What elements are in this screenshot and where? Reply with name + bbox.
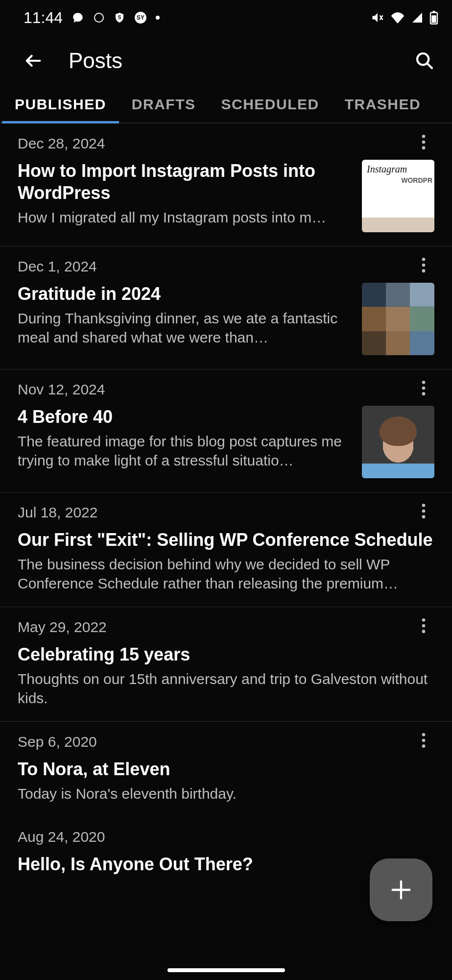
post-date: Dec 1, 2024 — [18, 258, 434, 275]
svg-point-18 — [422, 510, 426, 513]
svg-point-11 — [422, 258, 426, 261]
svg-point-16 — [422, 392, 426, 395]
status-bar: 11:44 S SY — [0, 0, 452, 35]
post-date: Dec 28, 2024 — [18, 135, 434, 152]
post-title: To Nora, at Eleven — [18, 758, 434, 780]
tab-scheduled[interactable]: SCHEDULED — [209, 86, 332, 122]
svg-point-9 — [422, 141, 426, 144]
status-left: 11:44 S SY — [24, 9, 160, 27]
more-vert-icon — [422, 618, 426, 633]
post-row[interactable]: Sep 6, 2020 To Nora, at Eleven Today is … — [0, 722, 452, 817]
tab-label: TRASHED — [345, 96, 421, 113]
post-excerpt: How I migrated all my Instagram posts in… — [18, 208, 350, 227]
post-row[interactable]: Jul 18, 2022 Our First "Exit": Selling W… — [0, 492, 452, 607]
app-header: Posts — [0, 35, 452, 86]
shield-icon: S — [114, 12, 125, 24]
tab-published[interactable]: PUBLISHED — [2, 86, 119, 122]
search-icon — [415, 51, 434, 71]
post-date: Nov 12, 2024 — [18, 381, 434, 398]
status-right — [371, 11, 438, 24]
svg-point-21 — [422, 624, 426, 628]
more-vert-icon — [422, 135, 426, 149]
post-row[interactable]: Dec 28, 2024 How to Import Instagram Pos… — [0, 123, 452, 246]
back-button[interactable] — [20, 47, 47, 74]
plus-icon — [388, 877, 414, 903]
row-menu-button[interactable] — [415, 256, 432, 274]
svg-text:SY: SY — [137, 14, 144, 21]
svg-point-23 — [422, 733, 426, 736]
svg-point-12 — [422, 264, 426, 267]
chat-icon — [71, 11, 84, 24]
row-menu-button[interactable] — [415, 133, 432, 151]
post-title: 4 Before 40 — [18, 406, 350, 428]
svg-point-8 — [422, 135, 426, 138]
signal-icon — [411, 12, 424, 24]
post-list: Dec 28, 2024 How to Import Instagram Pos… — [0, 123, 452, 893]
tab-label: SCHEDULED — [221, 96, 319, 113]
svg-point-13 — [422, 269, 426, 272]
post-thumbnail — [362, 406, 434, 478]
post-thumbnail — [362, 283, 434, 355]
svg-point-22 — [422, 630, 426, 633]
tab-trashed[interactable]: TRASHED — [332, 86, 434, 122]
svg-point-10 — [422, 146, 426, 149]
row-menu-button[interactable] — [415, 502, 432, 520]
post-thumbnail — [362, 160, 434, 232]
svg-point-15 — [422, 387, 426, 390]
post-date: May 29, 2022 — [18, 619, 434, 636]
svg-point-19 — [422, 515, 426, 518]
mute-icon — [371, 11, 384, 24]
add-post-fab[interactable] — [370, 858, 432, 921]
svg-point-20 — [422, 618, 426, 622]
arrow-left-icon — [24, 51, 43, 71]
more-vert-icon — [422, 733, 426, 748]
home-indicator[interactable] — [167, 968, 285, 972]
tab-label: DRAFTS — [132, 96, 196, 113]
status-time: 11:44 — [24, 9, 63, 27]
battery-icon — [429, 11, 438, 24]
tab-drafts[interactable]: DRAFTS — [119, 86, 209, 122]
svg-point-24 — [422, 739, 426, 742]
svg-point-17 — [422, 504, 426, 507]
svg-point-0 — [95, 13, 103, 22]
row-menu-button[interactable] — [415, 732, 432, 749]
page-title: Posts — [69, 49, 122, 73]
post-date: Sep 6, 2020 — [18, 734, 434, 750]
post-excerpt: The featured image for this blog post ca… — [18, 432, 350, 470]
svg-point-25 — [422, 744, 426, 748]
more-vert-icon — [422, 258, 426, 272]
dnd-moon-icon — [93, 12, 105, 24]
row-menu-button[interactable] — [415, 379, 432, 397]
svg-point-14 — [422, 381, 426, 384]
tabs: PUBLISHED DRAFTS SCHEDULED TRASHED — [0, 86, 452, 123]
row-menu-button[interactable] — [415, 617, 432, 635]
more-vert-icon — [422, 504, 426, 518]
post-excerpt: The business decision behind why we deci… — [18, 555, 434, 593]
sy-badge-icon: SY — [134, 11, 147, 24]
post-title: How to Import Instagram Posts into WordP… — [18, 160, 350, 204]
more-vert-icon — [422, 381, 426, 395]
post-excerpt: During Thanksgiving dinner, as we ate a … — [18, 309, 350, 347]
post-title: Our First "Exit": Selling WP Conference … — [18, 529, 434, 551]
svg-text:S: S — [118, 15, 121, 20]
post-row[interactable]: May 29, 2022 Celebrating 15 years Though… — [0, 607, 452, 722]
post-row[interactable]: Dec 1, 2024 Gratitude in 2024 During Tha… — [0, 246, 452, 369]
svg-rect-5 — [433, 11, 435, 13]
status-dot-icon — [156, 16, 160, 20]
post-title: Gratitude in 2024 — [18, 283, 350, 305]
post-excerpt: Thoughts on our 15th anniversary and tri… — [18, 669, 434, 708]
post-excerpt: Today is Nora's eleventh birthday. — [18, 784, 434, 803]
svg-rect-6 — [431, 15, 436, 23]
post-date: Jul 18, 2022 — [18, 504, 434, 521]
tab-label: PUBLISHED — [15, 96, 106, 113]
post-row[interactable]: Nov 12, 2024 4 Before 40 The featured im… — [0, 369, 452, 492]
post-date: Aug 24, 2020 — [18, 829, 434, 845]
post-title: Celebrating 15 years — [18, 643, 434, 665]
search-button[interactable] — [411, 47, 438, 74]
wifi-icon — [390, 12, 405, 24]
